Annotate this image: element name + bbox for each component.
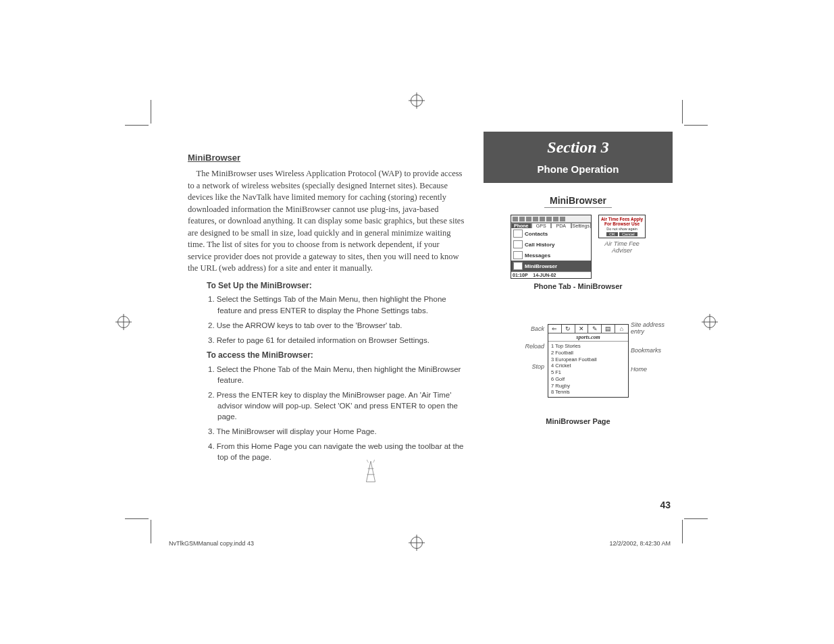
list-item: 5 F1	[551, 369, 625, 376]
adviser-mockup: Air Time Fees Apply For Browser Use Do n…	[598, 215, 646, 254]
list-item: 8 Tennis	[551, 389, 625, 396]
document-page: MiniBrowser The MiniBrowser uses Wireles…	[0, 0, 834, 644]
figure-caption: MiniBrowser Page	[484, 417, 673, 425]
access-step: 2. Press the ENTER key to display the Mi…	[217, 390, 465, 422]
adviser-text: Air Time Fees Apply For Browser Use	[600, 217, 644, 226]
minibrowser-icon	[513, 262, 523, 270]
setup-heading: To Set Up the MiniBrowser:	[207, 280, 465, 292]
list-item: 4 Cricket	[551, 363, 625, 369]
list-item: 6 Golf	[551, 376, 625, 383]
menu-call-history: Call History	[511, 239, 591, 250]
adviser-cancel: Cancel	[619, 232, 637, 236]
footer-timestamp: 12/2/2002, 8:42:30 AM	[609, 540, 671, 547]
crop-mark	[682, 520, 683, 543]
callout-site-address: Site address entry	[631, 321, 671, 335]
browser-screen-mockup: ⇐ ↻ ✕ ✎ ▤ ⌂ sports.com 1 Top Stories 2 F…	[548, 324, 629, 398]
figure-caption: Phone Tab - MiniBrowser	[484, 282, 673, 290]
phone-footer: 01:10P 14-JUN-02	[511, 271, 591, 278]
reload-icon: ↻	[562, 325, 575, 333]
menu-minibrowser: MiniBrowser	[511, 261, 591, 271]
messages-icon	[513, 251, 523, 259]
registration-mark-icon	[704, 316, 716, 328]
setup-step: 2. Use the ARROW keys to tab over to the…	[217, 320, 465, 331]
access-step: 4. From this Home Page you can navigate …	[217, 441, 465, 462]
tab-pda: PDA	[551, 223, 571, 228]
browser-list: 1 Top Stories 2 Football 3 European Foot…	[548, 342, 628, 397]
callout-bookmarks: Bookmarks	[631, 347, 671, 354]
registration-mark-icon	[411, 95, 423, 107]
crop-mark	[125, 518, 149, 519]
address-icon: ✎	[588, 325, 602, 333]
list-item: 7 Rugby	[551, 383, 625, 390]
page-number: 43	[660, 500, 671, 510]
section-banner: Section 3 Phone Operation	[484, 132, 673, 183]
crop-mark	[151, 520, 151, 543]
crop-mark	[684, 518, 708, 519]
access-heading: To access the MiniBrowser:	[207, 350, 465, 361]
adviser-checkbox-label: Do not show again	[600, 227, 644, 231]
callout-stop: Stop	[511, 363, 544, 370]
right-column: Section 3 Phone Operation MiniBrowser Ph…	[484, 132, 673, 425]
section-title: Section 3	[484, 138, 673, 157]
browser-toolbar: ⇐ ↻ ✕ ✎ ▤ ⌂	[548, 325, 628, 333]
left-column: MiniBrowser The MiniBrowser uses Wireles…	[188, 152, 465, 466]
callout-home: Home	[631, 366, 671, 373]
adviser-ok: OK	[606, 232, 618, 236]
list-item: 1 Top Stories	[551, 343, 625, 350]
menu-contacts: Contacts	[511, 228, 591, 239]
tower-icon	[363, 460, 378, 483]
setup-step: 1. Select the Settings Tab of the Main M…	[217, 294, 465, 315]
callout-back: Back	[511, 325, 544, 332]
stop-icon: ✕	[575, 325, 589, 333]
menu-messages: Messages	[511, 250, 591, 261]
access-step: 3. The MiniBrowser will display your Hom…	[217, 426, 465, 437]
tab-phone: Phone	[511, 223, 531, 228]
phone-tabs: Phone GPS PDA Settings	[511, 223, 591, 228]
call-history-icon	[513, 240, 523, 248]
browser-url: sports.com	[548, 333, 628, 342]
footer-filename: NvTlkGSMManual copy.indd 43	[169, 540, 254, 547]
list-item: 2 Football	[551, 350, 625, 356]
section-heading-minibrowser: MiniBrowser	[188, 152, 465, 164]
list-item: 3 European Football	[551, 356, 625, 363]
figure-browser: Back Reload Stop Site address entry Book…	[484, 317, 673, 425]
right-heading: MiniBrowser	[544, 195, 612, 208]
tab-gps: GPS	[531, 223, 552, 228]
home-icon: ⌂	[615, 325, 628, 333]
section-subtitle: Phone Operation	[484, 163, 673, 175]
intro-paragraph: The MiniBrowser uses Wireless Applicatio…	[188, 168, 465, 275]
adviser-caption: Air Time Fee Adviser	[598, 240, 646, 254]
phone-screen-mockup: Phone GPS PDA Settings Contacts Call His…	[511, 215, 592, 279]
back-icon: ⇐	[548, 325, 562, 333]
setup-step: 3. Refer to page 61 for detailed informa…	[217, 335, 465, 346]
status-bar	[511, 215, 591, 223]
registration-mark-icon	[118, 316, 130, 328]
contacts-icon	[513, 230, 523, 238]
tab-settings: Settings	[571, 223, 592, 228]
crop-mark	[684, 125, 708, 126]
crop-mark	[682, 100, 683, 124]
bookmarks-icon: ▤	[602, 325, 615, 333]
crop-mark	[151, 100, 151, 124]
access-step: 1. Select the Phone Tab of the Main Menu…	[217, 364, 465, 385]
crop-mark	[125, 125, 149, 126]
callout-reload: Reload	[511, 343, 544, 350]
figure-phone-tab: Phone GPS PDA Settings Contacts Call His…	[484, 215, 673, 279]
registration-mark-icon	[411, 537, 423, 549]
